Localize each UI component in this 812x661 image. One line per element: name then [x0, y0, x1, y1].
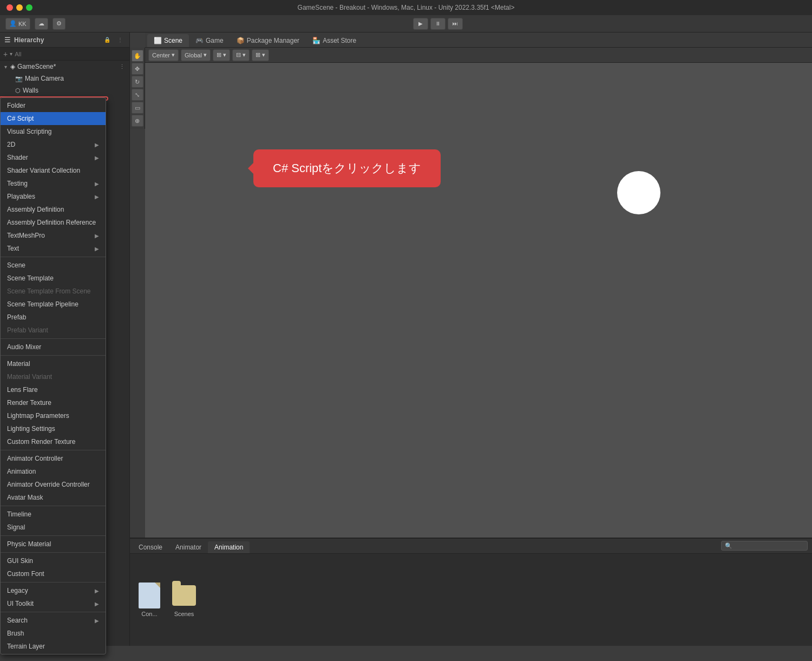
tab-package-manager[interactable]: 📦 Package Manager: [230, 34, 306, 47]
grid-dropdown[interactable]: ⊞ ▾: [213, 49, 230, 61]
menu-item-material[interactable]: Material: [1, 357, 106, 370]
menu-item-label: Animator Controller: [7, 455, 63, 462]
cloud-button[interactable]: ☁: [35, 18, 48, 30]
menu-item-animation[interactable]: Animation: [1, 465, 106, 478]
account-button[interactable]: 👤 KK: [5, 18, 30, 30]
menu-item-animator-controller[interactable]: Animator Controller: [1, 452, 106, 465]
menu-item-terrain-layer[interactable]: Terrain Layer: [1, 640, 106, 653]
center-dropdown[interactable]: Center ▾: [148, 49, 179, 61]
hierarchy-item-gamescene[interactable]: ▾ ◈ GameScene* ⋮: [0, 61, 129, 73]
tab-scene[interactable]: ⬜ Scene: [147, 34, 189, 47]
menu-item-label: Timeline: [7, 511, 31, 518]
move-tool[interactable]: ✥: [132, 63, 143, 75]
menu-item-playables[interactable]: Playables ▶: [1, 190, 106, 203]
menu-item-shader-variant[interactable]: Shader Variant Collection: [1, 164, 106, 177]
hierarchy-search-bar[interactable]: + ▾: [0, 48, 129, 61]
menu-item-scene[interactable]: Scene: [1, 259, 106, 272]
hierarchy-header: ☰ Hierarchy 🔒 ⋮: [0, 32, 129, 48]
hierarchy-item-main-camera[interactable]: 📷 Main Camera: [0, 73, 129, 84]
lock-icon[interactable]: 🔒: [102, 35, 112, 45]
pause-icon: ⏸: [435, 21, 441, 27]
view-dropdown[interactable]: ⊞ ▾: [252, 49, 269, 61]
menu-item-scene-template[interactable]: Scene Template: [1, 272, 106, 285]
chevron-down-icon: ▾: [243, 51, 246, 58]
menu-item-search[interactable]: Search ▶: [1, 614, 106, 627]
menu-item-physic-material[interactable]: Physic Material: [1, 538, 106, 551]
settings-button[interactable]: ⚙: [53, 18, 66, 30]
transform-tool[interactable]: ⊕: [132, 115, 143, 127]
menu-item-scene-template-pipeline[interactable]: Scene Template Pipeline: [1, 298, 106, 311]
menu-item-csharp-script[interactable]: C# Script: [1, 112, 106, 125]
menu-item-visual-scripting[interactable]: Visual Scripting: [1, 125, 106, 138]
tab-console[interactable]: Console: [132, 541, 169, 553]
rect-tool[interactable]: ▭: [132, 102, 143, 114]
menu-item-animator-override[interactable]: Animator Override Controller: [1, 478, 106, 491]
maximize-button[interactable]: [26, 4, 32, 11]
menu-item-folder[interactable]: Folder: [1, 99, 106, 112]
menu-item-lighting-settings[interactable]: Lighting Settings: [1, 422, 106, 435]
menu-item-textmeshpro[interactable]: TextMeshPro ▶: [1, 229, 106, 242]
down-arrow-icon[interactable]: ▾: [10, 51, 12, 57]
asset-store-label: Asset Store: [323, 37, 356, 44]
menu-item-text[interactable]: Text ▶: [1, 242, 106, 255]
pause-button[interactable]: ⏸: [430, 18, 446, 30]
tab-asset-store[interactable]: 🏪 Asset Store: [306, 34, 363, 47]
separator: [1, 338, 106, 339]
scene-left-tools: ✋ ✥ ↻ ⤡ ▭ ⊕: [130, 48, 145, 129]
minimize-button[interactable]: [16, 4, 23, 11]
menu-item-custom-render-texture[interactable]: Custom Render Texture: [1, 435, 106, 448]
play-icon: ▶: [418, 21, 423, 27]
menu-item-timeline[interactable]: Timeline: [1, 508, 106, 521]
hierarchy-icon: ☰: [4, 36, 11, 44]
play-button[interactable]: ▶: [413, 18, 428, 30]
menu-item-custom-font[interactable]: Custom Font: [1, 567, 106, 580]
menu-item-label: Material Variant: [7, 373, 52, 381]
tab-animation[interactable]: Animation: [208, 541, 250, 553]
menu-item-brush[interactable]: Brush: [1, 627, 106, 640]
snap-dropdown[interactable]: ⊟ ▾: [232, 49, 250, 61]
menu-item-label: Scene Template Pipeline: [7, 300, 78, 308]
menu-item-gui-skin[interactable]: GUI Skin: [1, 554, 106, 567]
hierarchy-item-walls[interactable]: ⬡ Walls: [0, 84, 129, 96]
more-options-icon[interactable]: ⋮: [115, 35, 125, 45]
traffic-lights: [6, 4, 32, 11]
annotation-bubble: C# Scriptをクリックします: [253, 149, 441, 187]
scale-tool[interactable]: ⤡: [132, 89, 143, 101]
ball-object: [617, 171, 660, 214]
hand-tool[interactable]: ✋: [132, 50, 143, 62]
menu-item-label: Signal: [7, 523, 25, 531]
bottom-tab-bar: Console Animator Animation 🔍: [130, 539, 812, 554]
menu-item-shader[interactable]: Shader ▶: [1, 151, 106, 164]
add-icon[interactable]: +: [3, 50, 8, 58]
close-button[interactable]: [6, 4, 13, 11]
menu-item-ui-toolkit[interactable]: UI Toolkit ▶: [1, 597, 106, 610]
menu-item-legacy[interactable]: Legacy ▶: [1, 584, 106, 597]
menu-item-lens-flare[interactable]: Lens Flare: [1, 383, 106, 396]
hierarchy-search-input[interactable]: [15, 51, 126, 57]
menu-item-2d[interactable]: 2D ▶: [1, 138, 106, 151]
account-icon: 👤: [9, 20, 17, 27]
separator: [1, 506, 106, 506]
tab-animator[interactable]: Animator: [169, 541, 208, 553]
menu-item-assembly-def-ref[interactable]: Assembly Definition Reference: [1, 216, 106, 229]
menu-item-render-texture[interactable]: Render Texture: [1, 396, 106, 409]
asset-item-scenes[interactable]: Scenes: [171, 583, 197, 617]
tab-game[interactable]: 🎮 Game: [189, 34, 230, 47]
asset-item-controller[interactable]: Con...: [136, 583, 162, 617]
rotate-tool[interactable]: ↻: [132, 76, 143, 88]
game-tab-icon: 🎮: [195, 37, 204, 44]
menu-item-testing[interactable]: Testing ▶: [1, 177, 106, 190]
menu-item-label: Visual Scripting: [7, 128, 52, 135]
menu-item-assembly-def[interactable]: Assembly Definition: [1, 203, 106, 216]
menu-item-prefab[interactable]: Prefab: [1, 311, 106, 324]
menu-item-avatar-mask[interactable]: Avatar Mask: [1, 491, 106, 504]
bottom-search-bar[interactable]: 🔍: [721, 541, 808, 551]
step-button[interactable]: ⏭: [448, 18, 463, 30]
menu-item-prefab-variant: Prefab Variant: [1, 324, 106, 337]
menu-item-audio-mixer[interactable]: Audio Mixer: [1, 341, 106, 354]
menu-item-label: Shader Variant Collection: [7, 167, 80, 174]
global-dropdown[interactable]: Global ▾: [181, 49, 211, 61]
more-icon[interactable]: ⋮: [119, 63, 125, 70]
menu-item-signal[interactable]: Signal: [1, 521, 106, 534]
menu-item-lightmap-params[interactable]: Lightmap Parameters: [1, 409, 106, 422]
